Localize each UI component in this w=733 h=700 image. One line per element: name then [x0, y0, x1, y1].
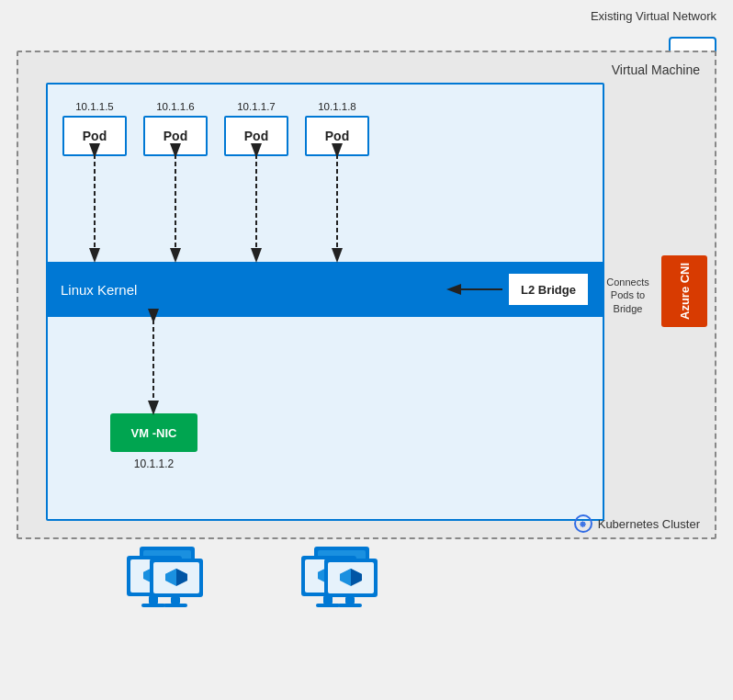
k8s-label-text: Kubernetes Cluster — [598, 517, 700, 531]
k8s-label: ⎈ Kubernetes Cluster — [574, 514, 700, 533]
computer-extra-1 — [150, 559, 203, 607]
pod-group-3: 10.1.1.7 Pod — [224, 101, 288, 156]
pod-box-2: Pod — [143, 116, 208, 156]
pod-ip-4: 10.1.1.8 — [318, 101, 356, 112]
connects-pods-label: Connects Pods to Bridge — [598, 276, 658, 315]
pod-box-3: Pod — [224, 116, 288, 156]
svg-rect-24 — [150, 559, 203, 597]
svg-rect-23 — [316, 604, 340, 607]
existing-vnet-label: Existing Virtual Network — [591, 9, 716, 23]
svg-rect-31 — [324, 559, 378, 597]
svg-marker-10 — [143, 567, 165, 578]
computer-group-1 — [127, 547, 195, 607]
linux-kernel-label: Linux Kernel — [61, 282, 137, 298]
svg-rect-25 — [153, 562, 199, 593]
svg-marker-20 — [329, 567, 340, 584]
svg-rect-15 — [314, 547, 369, 587]
svg-rect-13 — [149, 596, 158, 604]
svg-rect-32 — [328, 562, 374, 593]
svg-rect-30 — [164, 604, 187, 607]
svg-marker-11 — [154, 567, 165, 584]
pod-ip-2: 10.1.1.6 — [156, 101, 195, 112]
svg-marker-27 — [176, 569, 187, 586]
k8s-icon: ⎈ — [574, 514, 592, 533]
svg-rect-29 — [171, 597, 180, 604]
svg-rect-16 — [318, 550, 366, 583]
svg-marker-19 — [318, 567, 340, 578]
svg-marker-12 — [143, 567, 154, 584]
svg-marker-34 — [351, 569, 362, 586]
svg-rect-37 — [338, 604, 362, 607]
svg-marker-33 — [340, 569, 362, 580]
pod-ip-3: 10.1.1.7 — [237, 101, 276, 112]
linux-kernel-bar: Linux Kernel L2 Bridge — [46, 262, 604, 317]
svg-rect-18 — [305, 559, 353, 593]
svg-marker-26 — [165, 569, 187, 580]
svg-rect-36 — [345, 597, 355, 604]
svg-marker-21 — [318, 567, 329, 584]
pod-group-1: 10.1.1.5 Pod — [62, 101, 127, 156]
svg-marker-28 — [165, 569, 176, 586]
svg-rect-17 — [301, 556, 356, 596]
vm-nic-box: VM -NIC — [110, 413, 197, 452]
svg-rect-8 — [127, 556, 182, 596]
diagram-container: Existing Virtual Network ··· Virtual Mac… — [0, 0, 733, 700]
l2-bridge-box: L2 Bridge — [507, 272, 590, 307]
computer-group-2 — [301, 547, 369, 607]
pod-group-2: 10.1.1.6 Pod — [143, 101, 208, 156]
pods-row: 10.1.1.5 Pod 10.1.1.6 Pod 10.1.1.7 Pod 1… — [62, 101, 369, 156]
pod-group-4: 10.1.1.8 Pod — [305, 101, 369, 156]
pod-box-1: Pod — [62, 116, 127, 156]
svg-rect-6 — [140, 547, 195, 587]
computer-extra-2 — [324, 559, 378, 607]
azure-cni-box: Azure CNI — [661, 255, 707, 327]
vm-nic-ip: 10.1.1.2 — [110, 457, 197, 470]
pod-box-4: Pod — [305, 116, 369, 156]
svg-rect-9 — [130, 559, 178, 593]
pod-ip-1: 10.1.1.5 — [75, 101, 114, 112]
svg-rect-7 — [143, 550, 191, 583]
vm-label: Virtual Machine — [612, 62, 700, 77]
svg-marker-35 — [340, 569, 351, 586]
svg-rect-14 — [141, 604, 165, 607]
svg-rect-22 — [323, 596, 333, 604]
